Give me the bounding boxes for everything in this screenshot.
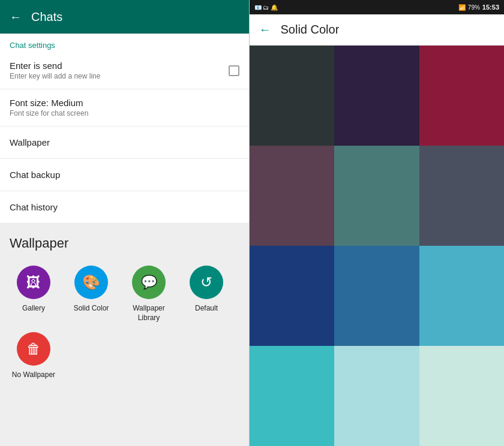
right-panel: 📧 🗂 🔔 📶 79% 15:53 ← Solid Color [250,0,505,446]
font-size-title: Font size: Medium [10,98,88,108]
wallpaper-options: 🖼 Gallery 🎨 Solid Color 💬 WallpaperLibra… [10,266,239,380]
default-icon-circle: ↺ [190,266,223,299]
trash-icon: 🗑 [26,340,41,357]
refresh-icon: ↺ [200,274,212,291]
color-cell-1[interactable] [334,46,419,146]
status-bar: 📧 🗂 🔔 📶 79% 15:53 [250,0,505,14]
library-icon-circle: 💬 [132,266,166,299]
wallpaper-library-option[interactable]: 💬 WallpaperLibrary [125,266,173,323]
color-grid [250,46,505,446]
gallery-option[interactable]: 🖼 Gallery [10,266,58,323]
color-cell-10[interactable] [334,346,419,446]
enter-is-send-checkbox[interactable] [229,65,239,76]
solid-color-back-button[interactable]: ← [259,23,271,37]
color-cell-11[interactable] [419,346,505,446]
color-cell-3[interactable] [250,146,335,246]
gallery-label: Gallery [22,304,45,314]
solid-color-label: Solid Color [74,304,109,314]
time-display: 15:53 [482,4,499,11]
enter-is-send-item[interactable]: Enter is send Enter key will add a new l… [0,52,249,89]
default-option[interactable]: ↺ Default [182,266,230,323]
solid-color-icon-circle: 🎨 [74,266,108,299]
page-title: Chats [31,10,62,24]
color-cell-7[interactable] [334,246,419,346]
color-cell-8[interactable] [419,246,505,346]
color-cell-9[interactable] [250,346,335,446]
gallery-icon-circle: 🖼 [17,266,50,299]
default-label: Default [195,304,218,314]
wallpaper-item[interactable]: Wallpaper [0,126,249,159]
gallery-icon: 🖼 [26,274,41,291]
solid-color-option[interactable]: 🎨 Solid Color [67,266,115,323]
status-right-icons: 📶 79% 15:53 [458,4,499,11]
no-wallpaper-label: No Wallpaper [12,370,55,380]
color-cell-5[interactable] [419,146,505,246]
color-cell-6[interactable] [250,246,335,346]
chat-history-item[interactable]: Chat history [0,191,249,224]
battery-text: 79% [468,4,480,11]
notification-icons: 📧 🗂 🔔 [254,4,278,11]
wifi-icon: 📶 [458,4,466,11]
wallpaper-library-label: WallpaperLibrary [133,304,165,323]
wallpaper-section-title: Wallpaper [10,236,239,251]
chats-header: ← Chats [0,0,249,34]
color-cell-0[interactable] [250,46,335,146]
font-size-item[interactable]: Font size: Medium Font size for chat scr… [0,89,249,126]
solid-color-header: ← Solid Color [250,14,505,46]
whatsapp-icon: 💬 [141,275,157,290]
settings-list: Chat settings Enter is send Enter key wi… [0,34,249,224]
color-cell-2[interactable] [419,46,505,146]
back-button[interactable]: ← [10,10,22,24]
enter-is-send-title: Enter is send [10,61,100,71]
no-wallpaper-option[interactable]: 🗑 No Wallpaper [10,332,58,380]
solid-color-title: Solid Color [281,23,340,37]
enter-is-send-subtitle: Enter key will add a new line [10,72,100,80]
status-left-icons: 📧 🗂 🔔 [254,4,278,11]
chat-backup-item[interactable]: Chat backup [0,159,249,191]
wallpaper-section: Wallpaper 🖼 Gallery 🎨 Solid Color 💬 [0,224,249,446]
no-wallpaper-icon-circle: 🗑 [17,332,50,366]
left-panel: ← Chats Chat settings Enter is send Ente… [0,0,249,446]
color-cell-4[interactable] [334,146,419,246]
palette-icon: 🎨 [82,274,100,291]
section-label: Chat settings [0,34,249,52]
font-size-subtitle: Font size for chat screen [10,109,88,117]
